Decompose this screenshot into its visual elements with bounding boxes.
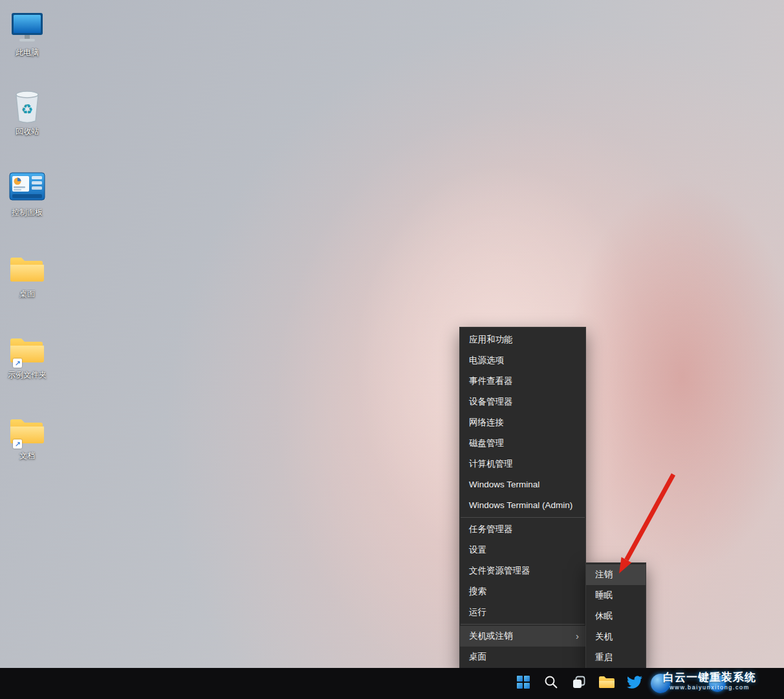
desktop-icon-label: 桌面 <box>1 289 53 298</box>
menu-item-settings[interactable]: 设置 <box>460 540 585 560</box>
search-icon <box>543 674 559 693</box>
menu-separator <box>461 624 585 625</box>
submenu-item-hibernate[interactable]: 休眠 <box>586 606 646 627</box>
windows-logo-icon <box>516 674 531 693</box>
menu-item-disk-management[interactable]: 磁盘管理 <box>460 433 585 454</box>
desktop-icon-desktop-folder[interactable]: 桌面 <box>1 250 53 298</box>
taskbar-icons <box>510 671 648 696</box>
desktop-icon-recycle-bin[interactable]: ♻ 回收站 <box>1 88 53 136</box>
menu-item-network-connections[interactable]: 网络连接 <box>460 412 585 433</box>
winx-menu: 应用和功能 电源选项 事件查看器 设备管理器 网络连接 磁盘管理 计算机管理 W… <box>459 327 586 670</box>
menu-item-file-explorer[interactable]: 文件资源管理器 <box>460 560 585 581</box>
watermark: 白云一键重装系统 www.baiyunxitong.com <box>635 668 784 699</box>
shutdown-submenu: 注销 睡眠 休眠 关机 重启 <box>585 562 646 670</box>
desktop-icon-label: 此电脑 <box>1 48 53 57</box>
taskbar: 白云一键重装系统 www.baiyunxitong.com <box>0 668 784 699</box>
menu-item-device-manager[interactable]: 设备管理器 <box>460 392 585 412</box>
desktop-icon-this-pc[interactable]: 此电脑 <box>1 9 53 57</box>
desktop-icon-sample-folder[interactable]: 示例文件夹 <box>1 331 53 379</box>
search-button[interactable] <box>538 671 564 696</box>
menu-item-label: 关机或注销 <box>469 631 513 641</box>
file-explorer-icon <box>598 675 615 692</box>
desktop-icon-label: 控制面板 <box>1 208 53 217</box>
menu-item-desktop[interactable]: 桌面 <box>460 647 585 667</box>
task-view-icon <box>571 674 587 693</box>
desktop-icon-documents-folder[interactable]: 文档 <box>1 412 53 460</box>
desktop-icon-control-panel[interactable]: 控制面板 <box>1 169 53 217</box>
folder-icon <box>9 250 45 288</box>
menu-item-computer-management[interactable]: 计算机管理 <box>460 454 585 474</box>
submenu-item-shut-down[interactable]: 关机 <box>586 627 646 647</box>
shortcut-arrow-icon <box>13 359 22 368</box>
folder-icon <box>9 412 45 450</box>
watermark-title: 白云一键重装系统 <box>635 671 784 684</box>
desktop-icon-label: 示例文件夹 <box>1 370 53 379</box>
file-explorer-button[interactable] <box>594 671 620 696</box>
task-view-button[interactable] <box>566 671 592 696</box>
menu-item-apps-and-features[interactable]: 应用和功能 <box>460 329 585 350</box>
menu-item-run[interactable]: 运行 <box>460 602 585 623</box>
submenu-item-sign-out[interactable]: 注销 <box>586 564 646 585</box>
desktop-icon-label: 文档 <box>1 451 53 460</box>
svg-text:♻: ♻ <box>21 102 34 117</box>
menu-item-shutdown-or-signout[interactable]: 关机或注销 › <box>460 626 585 647</box>
shortcut-arrow-icon <box>13 439 22 449</box>
recycle-bin-icon: ♻ <box>9 88 45 126</box>
menu-item-windows-terminal[interactable]: Windows Terminal <box>460 474 585 495</box>
control-panel-icon <box>9 169 45 206</box>
submenu-item-restart[interactable]: 重启 <box>586 647 646 668</box>
folder-icon <box>9 331 45 369</box>
menu-item-search[interactable]: 搜索 <box>460 581 585 602</box>
this-pc-icon <box>9 9 45 47</box>
watermark-text: 白云一键重装系统 www.baiyunxitong.com <box>635 668 784 699</box>
desktop-icon-label: 回收站 <box>1 127 53 136</box>
desktop: 此电脑 ♻ 回收站 控制面板 <box>0 0 784 699</box>
menu-separator <box>461 517 585 518</box>
menu-item-windows-terminal-admin[interactable]: Windows Terminal (Admin) <box>460 495 585 516</box>
menu-item-task-manager[interactable]: 任务管理器 <box>460 519 585 540</box>
menu-item-event-viewer[interactable]: 事件查看器 <box>460 371 585 392</box>
submenu-item-sleep[interactable]: 睡眠 <box>586 585 646 606</box>
start-button[interactable] <box>510 671 536 696</box>
watermark-url: www.baiyunxitong.com <box>635 684 784 691</box>
menu-item-power-options[interactable]: 电源选项 <box>460 350 585 371</box>
chevron-right-icon: › <box>576 626 579 647</box>
wallpaper <box>0 0 784 699</box>
